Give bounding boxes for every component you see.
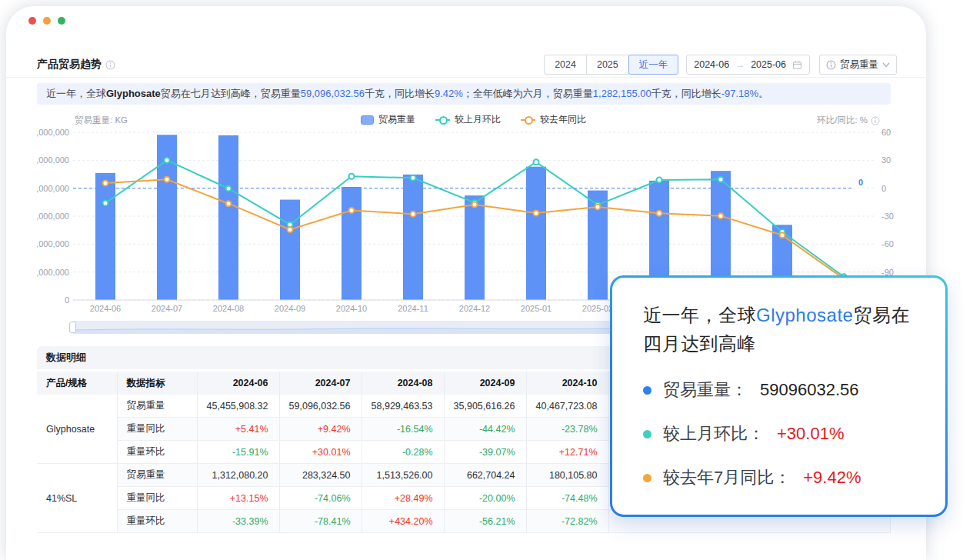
svg-text:30,000,000: 30,000,000 bbox=[37, 212, 69, 221]
mom-dot-icon bbox=[643, 430, 651, 438]
svg-text:2024-12: 2024-12 bbox=[459, 304, 490, 313]
calendar-icon bbox=[792, 60, 802, 70]
summary-peak-weight: 59,096,032.56 bbox=[301, 88, 365, 99]
insight-popup-body: 近一年，全球Glyphosate贸易在四月达到高峰 贸易重量： 59096032… bbox=[612, 278, 945, 515]
table-cell-value: 40,467,723.08 bbox=[526, 395, 608, 418]
popup-row-value: +30.01% bbox=[777, 424, 844, 444]
table-col-metric: 数据指标 bbox=[117, 372, 197, 395]
metric-info-icon bbox=[826, 60, 836, 70]
summary-text: ；全年低峰为六月，贸易重量 bbox=[463, 88, 593, 99]
svg-text:0: 0 bbox=[858, 178, 863, 187]
table-cell-value: -74.48% bbox=[526, 487, 608, 510]
table-col-month: 2024-08 bbox=[362, 372, 444, 395]
year-2024-button[interactable]: 2024 bbox=[544, 55, 587, 75]
table-col-product: 产品/规格 bbox=[37, 372, 117, 395]
popup-row-value: 59096032.56 bbox=[760, 380, 858, 400]
table-cell-value: -39.07% bbox=[444, 441, 526, 464]
table-cell-metric: 贸易重量 bbox=[117, 395, 197, 418]
header-divider bbox=[6, 77, 926, 78]
table-cell-value: -33.39% bbox=[197, 510, 279, 533]
svg-text:20,000,000: 20,000,000 bbox=[37, 239, 69, 248]
table-cell-product: 41%SL bbox=[37, 464, 117, 533]
table-cell-value: +9.42% bbox=[279, 418, 362, 441]
summary-peak-yoy: 9.42% bbox=[435, 88, 463, 99]
table-cell-value: 1,312,080.20 bbox=[197, 464, 279, 487]
minimize-button[interactable] bbox=[43, 17, 51, 25]
summary-product: Glyphosate bbox=[106, 88, 161, 99]
close-button[interactable] bbox=[28, 17, 36, 25]
svg-text:2025-01: 2025-01 bbox=[521, 304, 551, 313]
svg-text:60: 60 bbox=[881, 128, 891, 137]
table-cell-value: -0.28% bbox=[362, 441, 444, 464]
date-range-picker[interactable]: 2024-06 → 2025-06 bbox=[686, 55, 810, 75]
table-cell-value: 45,455,908.32 bbox=[197, 395, 279, 418]
svg-text:2024-10: 2024-10 bbox=[336, 304, 367, 313]
summary-low-weight: 1,282,155.00 bbox=[593, 88, 651, 99]
svg-text:2025-02: 2025-02 bbox=[582, 304, 613, 313]
recent-year-button[interactable]: 近一年 bbox=[628, 55, 679, 75]
fullscreen-button[interactable] bbox=[58, 17, 65, 25]
summary-text: 千克，同比增长 bbox=[365, 88, 435, 99]
table-cell-value: -56.21% bbox=[444, 510, 526, 533]
table-cell-value: +13.15% bbox=[197, 487, 279, 510]
svg-text:2024-09: 2024-09 bbox=[275, 304, 305, 313]
popup-title-product: Glyphosate bbox=[756, 305, 853, 325]
table-cell-value: -44.42% bbox=[444, 418, 526, 441]
metric-dropdown-label: 贸易重量 bbox=[840, 58, 878, 72]
year-2025-button[interactable]: 2025 bbox=[586, 55, 629, 75]
svg-text:30: 30 bbox=[881, 155, 891, 165]
summary-low-yoy: -97.18% bbox=[721, 88, 758, 99]
popup-row-yoy: 较去年7月同比： +9.42% bbox=[643, 466, 915, 489]
table-cell-metric: 重量环比 bbox=[117, 510, 197, 533]
svg-text:40,000,000: 40,000,000 bbox=[37, 184, 69, 193]
popup-row-mom: 较上月环比： +30.01% bbox=[643, 422, 915, 445]
table-col-month: 2024-07 bbox=[279, 372, 362, 395]
table-cell-value: -16.54% bbox=[362, 418, 444, 441]
svg-text:2024-08: 2024-08 bbox=[213, 304, 244, 313]
table-cell-value: -72.82% bbox=[526, 510, 608, 533]
table-cell-value: -78.41% bbox=[279, 510, 362, 533]
popup-title-text: 近一年，全球 bbox=[643, 305, 756, 325]
svg-text:60,000,000: 60,000,000 bbox=[37, 128, 69, 137]
table-cell-value: -20.00% bbox=[444, 487, 526, 510]
date-range-arrow-icon: → bbox=[735, 59, 745, 70]
metric-dropdown[interactable]: 贸易重量 bbox=[819, 55, 897, 75]
popup-row-label: 较去年7月同比： bbox=[663, 466, 791, 489]
summary-text: 。 bbox=[758, 88, 768, 99]
table-cell-value: 35,905,616.26 bbox=[444, 395, 526, 418]
section-header: 产品贸易趋势 2024 2025 近一年 2024-06 → 2025-06 贸… bbox=[37, 54, 897, 75]
table-cell-value: +5.41% bbox=[197, 418, 279, 441]
table-cell-value: -74.06% bbox=[279, 487, 362, 510]
date-start: 2024-06 bbox=[694, 59, 729, 70]
zoom-slider-handle[interactable] bbox=[69, 322, 76, 333]
popup-row-label: 贸易重量： bbox=[663, 378, 748, 402]
svg-text:0: 0 bbox=[881, 184, 886, 193]
svg-text:0: 0 bbox=[65, 295, 69, 305]
window-controls bbox=[28, 17, 65, 25]
summary-banner: 近一年，全球Glyphosate贸易在七月达到高峰，贸易重量59,096,032… bbox=[37, 83, 891, 105]
yoy-dot-icon bbox=[643, 474, 651, 482]
svg-text:-60: -60 bbox=[881, 239, 894, 248]
svg-text:10,000,000: 10,000,000 bbox=[37, 268, 69, 277]
table-cell-value: -23.78% bbox=[526, 418, 608, 441]
chevron-down-icon bbox=[882, 62, 890, 68]
svg-text:-30: -30 bbox=[881, 212, 894, 221]
table-cell-product: Glyphosate bbox=[37, 395, 117, 464]
popup-row-label: 较上月环比： bbox=[663, 422, 765, 445]
summary-text: 贸易在七月达到高峰，贸易重量 bbox=[161, 88, 301, 99]
page-title: 产品贸易趋势 bbox=[37, 58, 102, 72]
insight-popup: 近一年，全球Glyphosate贸易在四月达到高峰 贸易重量： 59096032… bbox=[610, 275, 948, 517]
period-segment: 2024 2025 近一年 bbox=[544, 55, 678, 75]
table-cell-metric: 贸易重量 bbox=[117, 464, 197, 487]
date-end: 2025-06 bbox=[751, 59, 786, 70]
table-cell-metric: 重量同比 bbox=[117, 487, 197, 510]
table-col-month: 2024-09 bbox=[444, 372, 526, 395]
table-cell-value: -15.91% bbox=[197, 441, 279, 464]
table-cell-metric: 重量同比 bbox=[117, 418, 197, 441]
popup-row-value: +9.42% bbox=[803, 468, 861, 488]
table-cell-value: 59,096,032.56 bbox=[279, 395, 362, 418]
weight-dot-icon bbox=[643, 386, 651, 395]
svg-text:50,000,000: 50,000,000 bbox=[37, 155, 69, 165]
title-info-icon[interactable] bbox=[105, 60, 115, 70]
table-col-month: 2024-06 bbox=[197, 372, 279, 395]
